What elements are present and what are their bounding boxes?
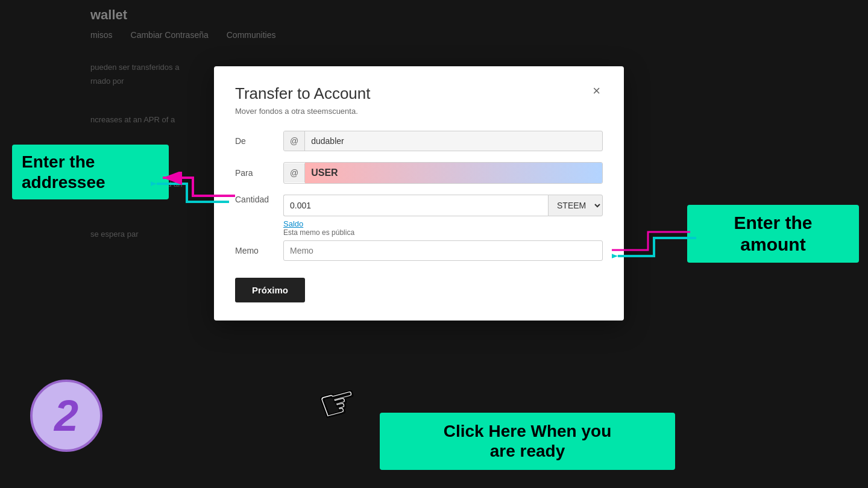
enter-amount-annotation: Enter the amount [687,205,859,263]
currency-select[interactable]: STEEM SBD [548,195,603,216]
proximo-button[interactable]: Próximo [235,278,305,302]
para-row: Para @ [235,162,603,184]
amount-input[interactable] [283,195,548,216]
para-input-wrapper: @ [283,162,603,184]
memo-input[interactable] [283,240,603,261]
de-label: De [235,136,283,146]
enter-addressee-annotation: Enter theaddressee [12,145,169,199]
modal-title: Transfer to Account [235,84,370,103]
de-at-symbol: @ [284,131,305,151]
para-input[interactable] [305,163,602,183]
modal-header: Transfer to Account × [235,84,603,103]
click-here-annotation: Click Here When youare ready [380,413,675,470]
de-input-wrapper: @ [283,131,603,151]
cantidad-row: Cantidad STEEM SBD [235,195,603,216]
arrow-para-icon [151,172,235,220]
modal-subtitle: Mover fondos a otra steemscuenta. [235,107,603,116]
para-label: Para [235,168,283,178]
cantidad-inputs-wrapper: STEEM SBD [283,195,603,216]
cantidad-label: Cantidad [235,195,283,204]
step-number: 2 [54,391,78,440]
step-number-circle: 2 [30,380,102,452]
saldo-link[interactable]: Saldo [283,219,603,228]
de-input[interactable] [305,131,602,151]
transfer-modal: Transfer to Account × Mover fondos a otr… [214,66,624,321]
para-at-symbol: @ [284,163,305,183]
close-button[interactable]: × [590,84,603,98]
memo-label: Memo [235,246,283,255]
memo-note: Esta memo es pública [283,228,603,237]
memo-row: Memo [235,240,603,261]
de-row: De @ [235,131,603,151]
arrow-amount-icon [612,220,696,268]
